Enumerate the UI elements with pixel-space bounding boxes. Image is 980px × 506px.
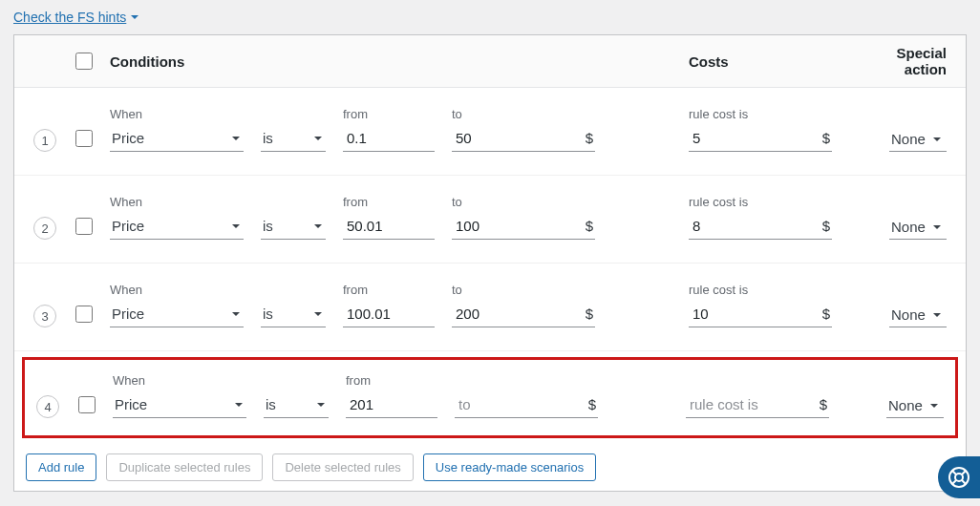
chevron-down-icon [230,221,242,232]
rule-number-badge: 4 [36,395,59,418]
operator-value: is [266,396,276,412]
rule-number-badge: 3 [33,305,56,327]
operator-select[interactable]: is [261,301,326,327]
currency-unit: $ [822,218,830,234]
special-action-select[interactable]: None [889,215,947,240]
chevron-down-icon [312,133,324,144]
from-label: from [343,195,435,209]
rule-checkbox[interactable] [75,130,93,147]
when-label: When [110,283,244,297]
rules-panel: Conditions Costs Special action 1WhenPri… [13,34,967,492]
to-label: to [452,283,595,297]
from-input[interactable] [345,305,433,323]
svg-point-1 [955,474,963,481]
special-action-value: None [888,397,923,413]
from-label: from [343,283,435,297]
chevron-down-icon [233,399,245,411]
add-rule-button[interactable]: Add rule [26,453,96,481]
when-value: Price [115,396,147,412]
when-label: When [110,107,244,121]
when-select[interactable]: Price [110,125,244,152]
special-action-value: None [891,306,926,323]
special-action-value: None [891,219,926,235]
chevron-down-icon [315,399,327,411]
fs-hints-link[interactable]: Check the FS hints [13,10,139,25]
scenarios-button[interactable]: Use ready-made scenarios [423,453,596,481]
special-action-select[interactable]: None [889,127,947,152]
cost-input[interactable] [688,395,814,413]
when-value: Price [112,130,144,146]
currency-unit: $ [588,396,596,412]
rule-number-badge: 1 [33,129,56,152]
from-input[interactable] [348,395,436,413]
cost-input[interactable] [691,217,817,235]
table-row: 4WhenPrice.isfromto$rule cost is$None [22,357,958,438]
when-select[interactable]: Price [113,391,246,418]
chevron-down-icon [931,309,943,321]
to-input[interactable] [457,395,583,413]
chevron-down-icon [312,308,324,320]
cost-label: rule cost is [689,107,851,121]
when-label: When [113,373,246,388]
currency-unit: $ [586,306,593,322]
when-value: Price [112,306,144,322]
to-input[interactable] [454,217,580,235]
to-input[interactable] [454,305,580,323]
cost-label: rule cost is [689,283,851,297]
currency-unit: $ [586,130,593,146]
cost-input[interactable] [691,305,817,323]
operator-value: is [263,306,273,322]
cost-label: rule cost is [689,195,851,209]
svg-line-5 [962,480,967,485]
fs-hints-label: Check the FS hints [13,10,126,25]
svg-line-4 [952,480,957,485]
header-special: Special action [851,45,947,77]
special-action-select[interactable]: None [889,303,947,327]
operator-select[interactable]: is [261,213,326,240]
to-input[interactable] [454,129,580,147]
header-costs: Costs [689,53,851,70]
chevron-down-icon [230,308,242,320]
operator-select[interactable]: is [261,125,326,152]
currency-unit: $ [822,306,830,322]
from-label: from [343,107,435,121]
cost-input[interactable] [691,129,817,147]
to-label: to [452,195,595,209]
chevron-down-icon [130,12,139,22]
chevron-down-icon [230,133,242,144]
when-value: Price [112,218,144,234]
rule-checkbox[interactable] [75,218,93,235]
currency-unit: $ [820,396,827,412]
to-label: to [452,107,595,121]
when-label: When [110,195,244,209]
chevron-down-icon [931,134,943,145]
operator-value: is [263,130,273,146]
delete-rules-button[interactable]: Delete selected rules [272,453,413,481]
table-row: 2WhenPrice.isfromto$rule cost is$None [14,176,966,264]
rule-checkbox[interactable] [78,396,96,413]
help-fab[interactable] [938,456,980,498]
chevron-down-icon [928,400,940,411]
from-input[interactable] [345,217,433,235]
duplicate-rules-button[interactable]: Duplicate selected rules [106,453,263,481]
special-action-value: None [891,131,926,147]
operator-select[interactable]: is [264,391,329,418]
table-row: 1WhenPrice.isfromto$rule cost is$None [14,88,966,176]
when-select[interactable]: Price [110,213,244,240]
special-action-select[interactable]: None [886,393,944,418]
header-conditions: Conditions [110,53,689,70]
table-header: Conditions Costs Special action [14,35,966,88]
rule-number-badge: 2 [33,217,56,240]
chevron-down-icon [931,221,943,233]
when-select[interactable]: Price [110,301,244,327]
from-input[interactable] [345,129,433,147]
button-bar: Add rule Duplicate selected rules Delete… [14,444,966,491]
rule-checkbox[interactable] [75,306,93,323]
currency-unit: $ [586,218,593,234]
from-label: from [346,373,437,388]
svg-line-3 [962,471,967,475]
select-all-checkbox[interactable] [75,53,93,70]
currency-unit: $ [822,130,830,146]
operator-value: is [263,218,273,234]
lifebuoy-icon [948,466,970,489]
